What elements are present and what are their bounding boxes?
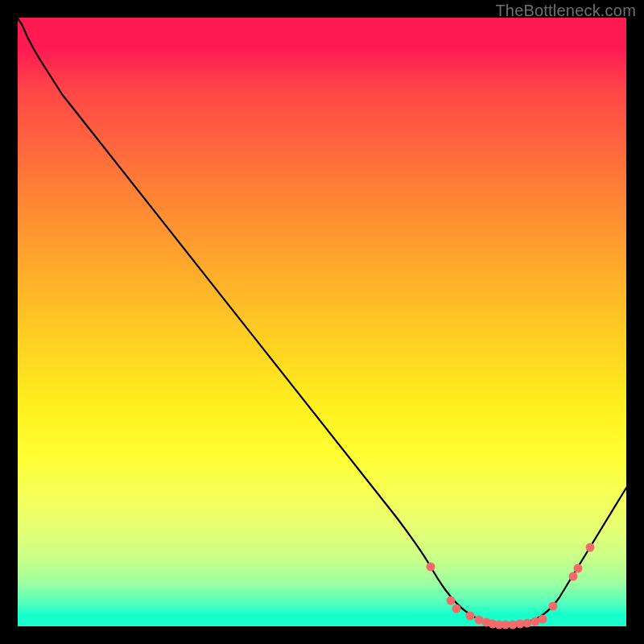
curve-marker [574,564,583,573]
watermark-text: TheBottleneck.com [495,2,636,20]
curve-marker [586,543,595,552]
curve-layer [18,18,626,626]
curve-marker [569,572,578,581]
curve-marker [447,597,456,605]
curve-marker [523,619,532,628]
curve-marker [539,615,547,624]
curve-markers [427,543,595,630]
bottleneck-curve [18,19,626,625]
curve-marker [549,602,558,611]
curve-marker [452,605,461,613]
curve-marker [466,612,475,621]
curve-marker [427,563,436,572]
chart-canvas: TheBottleneck.com [0,0,644,644]
